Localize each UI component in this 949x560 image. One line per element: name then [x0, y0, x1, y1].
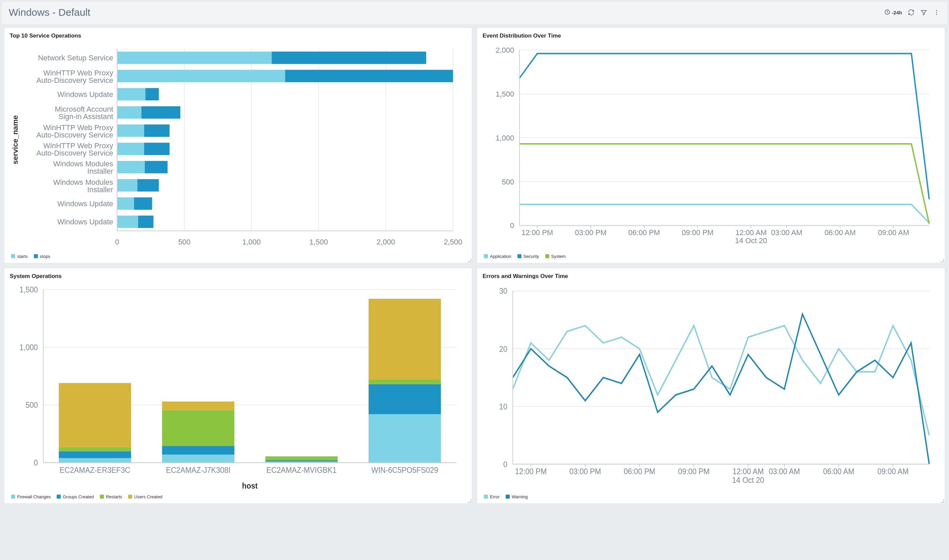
svg-rect-93 — [59, 451, 131, 458]
legend-top-services: starts stops — [10, 251, 466, 260]
svg-rect-92 — [59, 458, 131, 463]
svg-text:30: 30 — [499, 287, 508, 296]
svg-text:500: 500 — [501, 178, 514, 186]
svg-text:host: host — [242, 481, 258, 490]
legend-item[interactable]: Restarts — [100, 494, 122, 499]
svg-text:Windows Update: Windows Update — [57, 218, 113, 226]
svg-rect-98 — [162, 446, 234, 455]
legend-item[interactable]: Users Created — [128, 494, 162, 499]
svg-text:03:00 AM: 03:00 AM — [769, 467, 800, 476]
svg-text:500: 500 — [26, 401, 38, 410]
resize-handle-icon[interactable] — [468, 259, 471, 262]
swatch-icon — [484, 495, 488, 498]
swatch-icon — [34, 254, 38, 258]
svg-text:09:00 PM: 09:00 PM — [682, 228, 713, 237]
svg-rect-100 — [162, 402, 234, 410]
svg-rect-48 — [134, 197, 152, 210]
svg-text:12:00 AM: 12:00 AM — [732, 467, 764, 476]
legend-item[interactable]: stops — [34, 254, 50, 259]
svg-text:EC2AMAZ-J7K308I: EC2AMAZ-J7K308I — [166, 465, 231, 474]
svg-text:03:00 PM: 03:00 PM — [569, 467, 601, 476]
svg-rect-24 — [117, 88, 145, 101]
svg-rect-94 — [59, 447, 131, 451]
legend-item[interactable]: Groups Created — [57, 494, 94, 499]
svg-text:09:00 PM: 09:00 PM — [678, 467, 709, 476]
svg-text:1,500: 1,500 — [20, 285, 38, 294]
svg-text:EC2AMAZ-ER3EF3C: EC2AMAZ-ER3EF3C — [60, 465, 131, 474]
svg-text:2,000: 2,000 — [377, 238, 395, 246]
svg-rect-44 — [137, 179, 159, 191]
panel-title: Top 10 Service Operations — [10, 32, 466, 39]
swatch-icon — [517, 254, 521, 258]
legend-item[interactable]: System — [545, 254, 566, 259]
refresh-button[interactable] — [907, 9, 915, 16]
svg-rect-47 — [117, 197, 134, 210]
svg-rect-36 — [144, 143, 170, 155]
time-range-label: -24h — [892, 10, 902, 15]
svg-text:Auto-Discovery Service: Auto-Discovery Service — [37, 131, 113, 139]
svg-rect-27 — [117, 106, 141, 119]
legend-item[interactable]: starts — [11, 254, 28, 259]
svg-text:06:00 AM: 06:00 AM — [824, 228, 856, 237]
svg-rect-18 — [272, 52, 426, 64]
chart-sys-ops[interactable]: 05001,0001,500EC2AMAZ-ER3EF3CEC2AMAZ-J7K… — [10, 282, 466, 492]
swatch-icon — [545, 254, 549, 258]
chart-top-services[interactable]: service_name05001,0001,5002,0002,500Netw… — [10, 42, 466, 251]
svg-text:12:00 AM: 12:00 AM — [735, 228, 767, 237]
svg-text:Windows Update: Windows Update — [57, 200, 113, 208]
svg-rect-109 — [369, 380, 441, 384]
time-range-selector[interactable]: -24h — [884, 9, 902, 16]
svg-text:0: 0 — [34, 458, 38, 468]
svg-rect-17 — [117, 52, 272, 64]
svg-text:14 Oct 20: 14 Oct 20 — [732, 475, 764, 485]
svg-rect-51 — [138, 215, 154, 228]
chart-err-warn[interactable]: 010203012:00 PM03:00 PM06:00 PM09:00 PM1… — [483, 282, 939, 492]
svg-text:Installer: Installer — [87, 185, 113, 194]
legend-item[interactable]: Security — [517, 254, 539, 259]
chart-event-dist[interactable]: 05001,0001,5002,00012:00 PM03:00 PM06:00… — [483, 42, 939, 251]
svg-rect-39 — [117, 161, 145, 173]
svg-text:1,500: 1,500 — [309, 238, 328, 246]
svg-text:1,000: 1,000 — [495, 134, 514, 142]
svg-point-3 — [936, 14, 937, 15]
legend-item[interactable]: Warning — [506, 494, 528, 499]
svg-rect-43 — [117, 179, 137, 191]
more-menu-button[interactable] — [933, 9, 940, 16]
panel-title: System Operations — [10, 273, 466, 280]
svg-text:14 Oct 20: 14 Oct 20 — [735, 236, 767, 245]
svg-point-2 — [936, 12, 937, 13]
svg-rect-32 — [144, 125, 170, 137]
filter-button[interactable] — [920, 9, 927, 16]
header-actions: -24h — [884, 9, 940, 16]
svg-rect-97 — [162, 455, 234, 463]
svg-text:09:00 AM: 09:00 AM — [878, 228, 909, 237]
svg-text:Auto-Discovery Service: Auto-Discovery Service — [37, 76, 113, 85]
page-title: Windows - Default — [9, 7, 90, 18]
svg-text:1,000: 1,000 — [20, 343, 38, 352]
svg-text:Auto-Discovery Service: Auto-Discovery Service — [37, 149, 113, 157]
legend-item[interactable]: Firewall Changes — [11, 494, 51, 499]
svg-text:2,500: 2,500 — [444, 238, 462, 246]
resize-handle-icon[interactable] — [941, 499, 944, 503]
svg-text:Installer: Installer — [87, 167, 113, 175]
svg-text:03:00 AM: 03:00 AM — [771, 228, 802, 237]
panel-system-operations: System Operations 05001,0001,500EC2AMAZ-… — [4, 268, 472, 504]
dashboard-header: Windows - Default -24h — [2, 2, 947, 24]
legend-item[interactable]: Error — [484, 494, 500, 499]
svg-rect-31 — [117, 125, 144, 137]
svg-text:06:00 PM: 06:00 PM — [624, 467, 655, 476]
svg-text:0: 0 — [503, 460, 508, 469]
resize-handle-icon[interactable] — [468, 499, 471, 503]
svg-text:EC2AMAZ-MVIGBK1: EC2AMAZ-MVIGBK1 — [266, 465, 336, 474]
svg-rect-107 — [369, 414, 441, 463]
panel-errors-warnings: Errors and Warnings Over Time 010203012:… — [477, 268, 945, 504]
svg-rect-108 — [369, 384, 441, 414]
legend-event-dist: Application Security System — [483, 251, 939, 260]
svg-rect-28 — [142, 106, 180, 119]
legend-item[interactable]: Application — [484, 254, 511, 259]
clock-icon — [884, 9, 890, 16]
svg-point-1 — [936, 10, 937, 11]
resize-handle-icon[interactable] — [941, 259, 944, 262]
swatch-icon — [484, 254, 488, 258]
svg-text:20: 20 — [499, 345, 508, 354]
